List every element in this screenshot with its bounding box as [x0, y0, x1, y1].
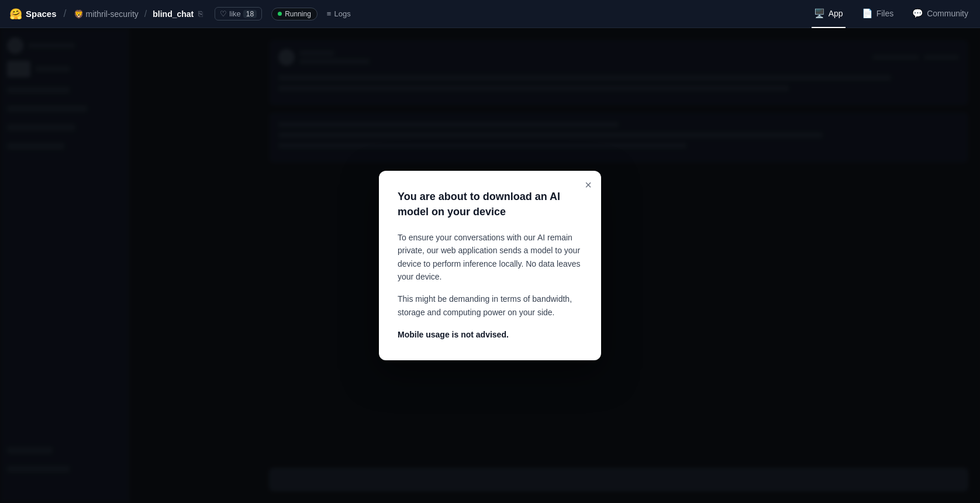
- nav-left: 🤗 Spaces / 🦁 mithril-security / blind_ch…: [9, 7, 812, 20]
- modal-title: You are about to download an AI model on…: [398, 190, 582, 219]
- running-badge: Running: [271, 8, 318, 20]
- top-navigation: 🤗 Spaces / 🦁 mithril-security / blind_ch…: [0, 0, 980, 28]
- logs-button[interactable]: ≡ Logs: [327, 9, 351, 18]
- tab-app[interactable]: 🖥️ App: [812, 0, 846, 28]
- copy-icon[interactable]: ⎘: [198, 9, 203, 18]
- tab-files[interactable]: 📄 Files: [860, 0, 896, 28]
- like-count: 18: [243, 10, 257, 18]
- running-label: Running: [285, 10, 311, 18]
- nav-repo[interactable]: blind_chat: [153, 9, 194, 19]
- org-label: mithril-security: [86, 9, 139, 19]
- modal-paragraph-bold: Mobile usage is not advised.: [398, 328, 582, 341]
- modal-paragraph-2: This might be demanding in terms of band…: [398, 292, 582, 319]
- tab-files-label: Files: [877, 9, 894, 18]
- running-dot-icon: [278, 12, 282, 16]
- spaces-emoji-icon: 🤗: [9, 8, 22, 20]
- nav-slash: /: [144, 9, 147, 19]
- modal-close-button[interactable]: ×: [585, 179, 592, 191]
- modal-paragraph-1: To ensure your conversations with our AI…: [398, 231, 582, 284]
- like-label: like: [229, 9, 241, 18]
- tab-community[interactable]: 💬 Community: [910, 0, 971, 28]
- spaces-logo[interactable]: 🤗 Spaces: [9, 8, 57, 20]
- nav-right: 🖥️ App 📄 Files 💬 Community: [812, 0, 971, 28]
- spaces-label: Spaces: [26, 9, 57, 19]
- modal-body: To ensure your conversations with our AI…: [398, 231, 582, 342]
- nav-org[interactable]: 🦁 mithril-security: [74, 9, 139, 19]
- tab-app-label: App: [829, 9, 843, 18]
- logs-label: Logs: [334, 9, 350, 18]
- download-modal: × You are about to download an AI model …: [379, 171, 601, 360]
- tab-community-label: Community: [927, 9, 968, 18]
- community-icon: 💬: [912, 8, 923, 19]
- heart-icon: ♡: [220, 9, 227, 18]
- files-icon: 📄: [862, 8, 873, 19]
- app-icon: 🖥️: [814, 8, 825, 19]
- modal-overlay[interactable]: × You are about to download an AI model …: [0, 28, 980, 503]
- logs-icon: ≡: [327, 9, 332, 18]
- nav-separator: /: [64, 8, 67, 20]
- like-button[interactable]: ♡ like 18: [215, 7, 262, 20]
